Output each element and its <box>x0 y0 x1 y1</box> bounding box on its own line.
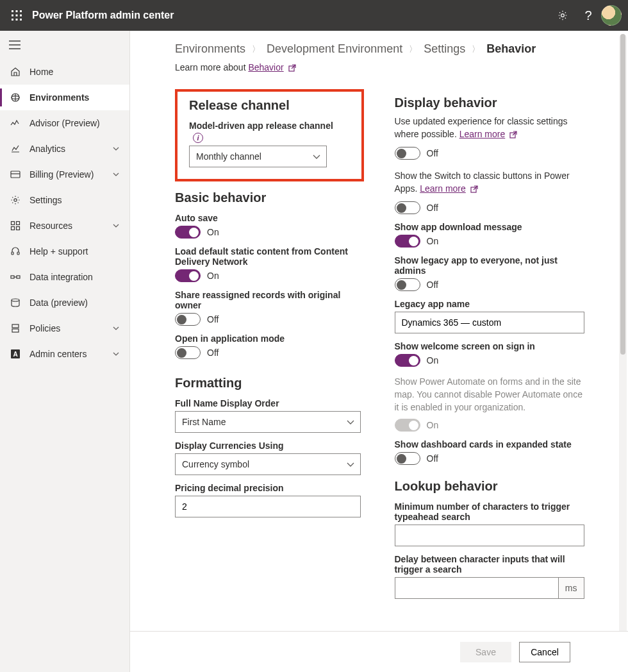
dashboard-toggle[interactable] <box>395 452 420 465</box>
welcome-label: Show welcome screen on sign in <box>395 341 584 351</box>
precision-input[interactable] <box>175 496 361 517</box>
share-toggle[interactable] <box>175 313 201 326</box>
sidebar-item-analytics[interactable]: Analytics <box>0 136 129 162</box>
headset-icon <box>9 245 22 258</box>
sidebar-item-resources[interactable]: Resources <box>0 213 129 239</box>
sidebar-item-help[interactable]: Help + support <box>0 239 129 264</box>
sidebar-item-home[interactable]: Home <box>0 59 129 85</box>
section-title: Basic behavior <box>175 190 364 205</box>
chevron-down-icon <box>112 349 120 358</box>
admin-centers-icon: A <box>9 348 22 360</box>
cancel-button[interactable]: Cancel <box>519 642 570 662</box>
sidebar-label: Policies <box>29 323 112 333</box>
sidebar-item-data-preview[interactable]: Data (preview) <box>0 290 129 315</box>
home-icon <box>9 65 22 78</box>
sidebar-label: Settings <box>29 195 120 205</box>
name-order-select[interactable]: First Name <box>175 411 361 433</box>
switch-classic-toggle[interactable] <box>395 201 420 214</box>
toggle-state: Off <box>207 348 219 358</box>
learn-more-link[interactable]: Learn more <box>459 129 506 139</box>
updated-exp-toggle[interactable] <box>395 147 420 160</box>
section-title: Formatting <box>175 376 364 391</box>
sidebar-item-data-integration[interactable]: Data integration <box>0 264 129 290</box>
external-link-icon <box>509 130 517 142</box>
svg-rect-1 <box>16 10 18 12</box>
breadcrumb-item[interactable]: Settings <box>424 42 465 56</box>
svg-rect-0 <box>12 10 13 12</box>
svg-rect-15 <box>11 171 20 178</box>
auto-save-toggle[interactable] <box>175 226 201 239</box>
section-title: Display behavior <box>395 96 584 110</box>
minchars-input[interactable] <box>395 525 584 546</box>
updated-exp-text: Use updated experience for classic setti… <box>395 115 584 142</box>
sidebar-item-settings[interactable]: Settings <box>0 187 129 213</box>
breadcrumb-item[interactable]: Environments <box>175 42 245 56</box>
analytics-icon <box>9 142 22 155</box>
sidebar-item-billing[interactable]: Billing (Preview) <box>0 162 129 187</box>
help-icon[interactable]: ? <box>575 0 601 31</box>
svg-rect-23 <box>17 252 19 255</box>
scrollbar[interactable] <box>619 34 627 669</box>
chevron-down-icon <box>112 170 120 179</box>
release-channel-section: Release channel Model-driven app release… <box>175 89 364 181</box>
waffle-icon[interactable] <box>6 5 27 26</box>
learn-more-link[interactable]: Behavior <box>248 62 283 72</box>
svg-rect-2 <box>20 10 22 12</box>
sidebar-item-admin-centers[interactable]: A Admin centers <box>0 341 129 367</box>
download-toggle[interactable] <box>395 235 420 248</box>
user-avatar[interactable] <box>601 5 622 26</box>
dashboard-label: Show dashboard cards in expanded state <box>395 439 584 449</box>
settings-gear-icon[interactable] <box>550 0 575 31</box>
data-integration-icon <box>9 271 22 283</box>
release-channel-label: Model-driven app release channel i <box>189 121 350 143</box>
svg-rect-3 <box>12 15 13 17</box>
release-channel-select[interactable]: Monthly channel <box>189 146 327 167</box>
chevron-down-icon <box>347 417 354 427</box>
select-value: Monthly channel <box>196 151 261 162</box>
svg-rect-5 <box>20 15 22 17</box>
svg-rect-28 <box>12 324 19 328</box>
external-link-icon <box>470 184 478 197</box>
chevron-down-icon <box>313 151 320 162</box>
switch-classic-text: Show the Switch to classic buttons in Po… <box>395 170 584 196</box>
appmode-toggle[interactable] <box>175 346 201 359</box>
legacy-all-toggle[interactable] <box>395 278 420 291</box>
save-button: Save <box>460 642 511 662</box>
sidebar-label: Billing (Preview) <box>29 169 112 180</box>
toggle-state: Off <box>427 203 438 213</box>
info-icon[interactable]: i <box>193 133 203 143</box>
svg-rect-22 <box>12 252 13 255</box>
chevron-down-icon <box>112 324 120 333</box>
sidebar-item-policies[interactable]: Policies <box>0 315 129 341</box>
breadcrumb-item[interactable]: Development Environment <box>267 42 402 56</box>
sidebar-label: Advisor (Preview) <box>29 118 120 128</box>
download-label: Show app download message <box>395 222 584 232</box>
sidebar-label: Environments <box>29 92 120 103</box>
svg-rect-25 <box>17 276 20 278</box>
legacy-name-input[interactable] <box>395 312 584 333</box>
welcome-toggle[interactable] <box>395 354 420 367</box>
advisor-icon <box>9 117 22 130</box>
svg-point-27 <box>12 299 19 301</box>
svg-rect-8 <box>20 19 22 21</box>
breadcrumb: Environments 〉 Development Environment 〉… <box>175 42 583 56</box>
cdn-toggle[interactable] <box>175 269 201 282</box>
policies-icon <box>9 322 22 335</box>
learn-more-line: Learn more about Behavior <box>175 62 583 74</box>
sidebar-label: Help + support <box>29 246 120 256</box>
svg-rect-29 <box>12 329 19 332</box>
learn-more-link[interactable]: Learn more <box>420 183 466 194</box>
chevron-down-icon <box>112 144 120 153</box>
main-content: Environments 〉 Development Environment 〉… <box>130 31 628 672</box>
currency-select[interactable]: Currency symbol <box>175 453 361 475</box>
gear-icon <box>9 194 22 206</box>
svg-rect-7 <box>16 19 18 21</box>
sidebar-collapse-button[interactable] <box>0 31 129 59</box>
toggle-state: On <box>207 227 219 237</box>
svg-text:A: A <box>13 351 17 358</box>
delay-input[interactable] <box>395 577 558 599</box>
toggle-state: On <box>207 271 219 281</box>
sidebar-item-advisor[interactable]: Advisor (Preview) <box>0 110 129 136</box>
sidebar-item-environments[interactable]: Environments <box>0 85 129 110</box>
svg-rect-24 <box>11 276 14 278</box>
